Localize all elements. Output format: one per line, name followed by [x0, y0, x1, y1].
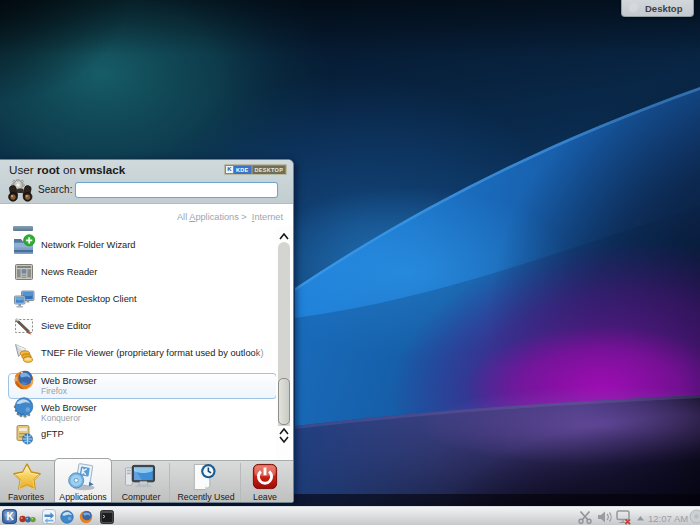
- svg-text:K: K: [6, 511, 14, 522]
